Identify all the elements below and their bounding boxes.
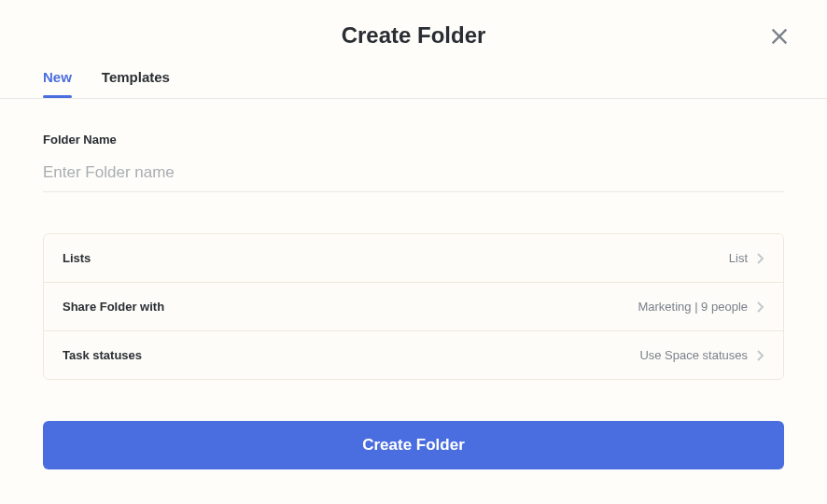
option-value: List bbox=[729, 251, 748, 265]
tabs: New Templates bbox=[0, 49, 827, 99]
tab-templates[interactable]: Templates bbox=[102, 69, 170, 98]
option-value: Marketing | 9 people bbox=[638, 300, 748, 314]
options-list: Lists List Share Folder with Marketing |… bbox=[43, 233, 784, 380]
create-folder-button[interactable]: Create Folder bbox=[43, 421, 784, 469]
chevron-right-icon bbox=[757, 253, 764, 264]
tab-new[interactable]: New bbox=[43, 69, 72, 98]
option-lists[interactable]: Lists List bbox=[44, 234, 783, 283]
form-content: Folder Name Lists List Share Folder with… bbox=[0, 99, 827, 380]
folder-name-input[interactable] bbox=[43, 158, 784, 192]
close-icon[interactable] bbox=[769, 26, 790, 50]
option-value: Use Space statuses bbox=[639, 348, 748, 362]
chevron-right-icon bbox=[757, 301, 764, 313]
option-task-statuses[interactable]: Task statuses Use Space statuses bbox=[44, 331, 783, 379]
submit-area: Create Folder bbox=[0, 380, 827, 469]
option-label: Share Folder with bbox=[63, 300, 164, 314]
option-label: Lists bbox=[63, 251, 91, 265]
chevron-right-icon bbox=[757, 350, 764, 361]
modal-header: Create Folder bbox=[0, 0, 827, 49]
modal-title: Create Folder bbox=[0, 22, 827, 49]
folder-name-label: Folder Name bbox=[43, 133, 784, 147]
option-label: Task statuses bbox=[63, 348, 142, 362]
option-share-folder[interactable]: Share Folder with Marketing | 9 people bbox=[44, 283, 783, 331]
